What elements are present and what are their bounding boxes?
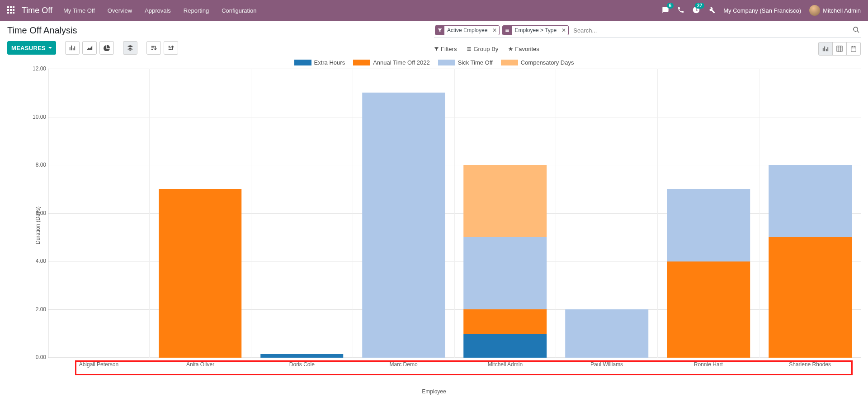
list-icon <box>467 47 472 51</box>
filter-chip-active-employee[interactable]: Active Employee ✕ <box>435 25 500 35</box>
activities-badge: 27 <box>695 3 704 9</box>
graph-view-button[interactable] <box>818 42 833 56</box>
chip-label: Active Employee <box>444 27 490 33</box>
bar-columns <box>48 69 861 358</box>
search-icon <box>853 26 860 33</box>
filter-icon <box>434 47 439 51</box>
cp-left: Time Off Analysis MEASURES <box>7 25 434 55</box>
stacked-button[interactable] <box>123 41 137 55</box>
legend-item[interactable]: Sick Time Off <box>438 59 493 66</box>
line-chart-icon <box>86 45 93 51</box>
bar-stack[interactable] <box>566 309 649 358</box>
groupby-label: Group By <box>473 46 498 52</box>
x-ticks: Abigail PetersonAnita OliverDoris ColeMa… <box>48 358 861 376</box>
legend-swatch <box>438 60 455 65</box>
y-tick-label: 2.00 <box>28 306 46 313</box>
chart-area: Extra HoursAnnual Time Off 2022Sick Time… <box>0 56 868 412</box>
bar-segment[interactable] <box>464 334 547 358</box>
measures-button[interactable]: MEASURES <box>7 41 56 55</box>
control-panel: Time Off Analysis MEASURES Active Employ… <box>0 21 868 56</box>
messages-badge: 6 <box>667 3 674 9</box>
bar-column <box>353 69 455 358</box>
nav-overview[interactable]: Overview <box>108 7 132 14</box>
bar-segment[interactable] <box>362 93 445 358</box>
favorites-label: Favorites <box>515 46 539 52</box>
company-switcher[interactable]: My Company (San Francisco) <box>723 7 801 14</box>
y-tick-label: 10.00 <box>28 114 46 120</box>
nav-links: My Time Off Overview Approvals Reporting… <box>63 7 257 14</box>
bar-segment[interactable] <box>667 189 750 261</box>
bar-segment[interactable] <box>566 309 649 358</box>
bar-stack[interactable] <box>260 354 344 358</box>
legend-item[interactable]: Extra Hours <box>294 59 345 66</box>
filters-dropdown[interactable]: Filters <box>434 46 457 52</box>
groupby-dropdown[interactable]: Group By <box>467 46 498 52</box>
pivot-view-button[interactable] <box>832 42 847 56</box>
filter-icon <box>435 26 444 35</box>
bar-segment[interactable] <box>464 309 547 333</box>
tool-row: Filters Group By Favorites <box>434 42 861 56</box>
chip-remove-icon[interactable]: ✕ <box>559 27 568 33</box>
bar-chart-icon <box>822 46 829 52</box>
calendar-icon <box>850 46 857 52</box>
x-tick-label: Sharlene Rhodes <box>759 358 861 376</box>
nav-my-time-off[interactable]: My Time Off <box>63 7 95 14</box>
x-tick-label: Abigail Peterson <box>48 358 150 376</box>
sort-desc-button[interactable] <box>146 41 161 55</box>
nav-configuration[interactable]: Configuration <box>222 7 256 14</box>
bar-column <box>150 69 251 358</box>
x-axis-label: Employee <box>7 388 861 395</box>
debug-button[interactable] <box>708 6 715 15</box>
bar-segment[interactable] <box>159 189 242 358</box>
filters-label: Filters <box>441 46 457 52</box>
bar-segment[interactable] <box>464 237 547 309</box>
bar-stack[interactable] <box>769 165 852 358</box>
nav-reporting[interactable]: Reporting <box>184 7 209 14</box>
y-tick-label: 4.00 <box>28 258 46 264</box>
pie-chart-button[interactable] <box>99 41 114 55</box>
user-menu[interactable]: Mitchell Admin <box>809 5 861 16</box>
bar-column <box>556 69 658 358</box>
page-title: Time Off Analysis <box>7 25 434 36</box>
bar-chart-button[interactable] <box>65 41 80 55</box>
bar-stack[interactable] <box>667 189 750 358</box>
brand-title: Time Off <box>22 6 52 15</box>
groupby-chip-employee-type[interactable]: Employee > Type ✕ <box>502 25 569 35</box>
bar-segment[interactable] <box>769 237 852 358</box>
bar-segment[interactable] <box>464 165 547 237</box>
bar-stack[interactable] <box>464 165 547 358</box>
chip-remove-icon[interactable]: ✕ <box>490 27 499 33</box>
line-chart-button[interactable] <box>82 41 97 55</box>
search-input[interactable] <box>571 26 853 35</box>
bar-segment[interactable] <box>260 354 344 358</box>
activities-button[interactable]: 27 <box>693 6 700 15</box>
y-tick-label: 12.00 <box>28 65 46 72</box>
phone-button[interactable] <box>677 6 684 15</box>
bar-column <box>760 69 861 358</box>
favorites-dropdown[interactable]: Favorites <box>508 46 539 52</box>
legend-swatch <box>353 60 370 65</box>
messages-button[interactable]: 6 <box>662 6 669 15</box>
calendar-view-button[interactable] <box>846 42 861 56</box>
sort-desc-icon <box>151 45 157 51</box>
stacked-icon <box>127 45 133 51</box>
cp-right: Active Employee ✕ Employee > Type ✕ Filt… <box>434 25 861 56</box>
bar-segment[interactable] <box>769 165 852 237</box>
bar-segment[interactable] <box>667 261 750 358</box>
legend-swatch <box>294 60 311 65</box>
apps-icon[interactable] <box>7 6 15 14</box>
bar-stack[interactable] <box>362 93 445 358</box>
legend-item[interactable]: Annual Time Off 2022 <box>353 59 430 66</box>
pie-chart-icon <box>104 45 110 51</box>
grid-icon <box>836 46 843 52</box>
measures-label: MEASURES <box>11 45 46 51</box>
search-button[interactable] <box>853 26 860 35</box>
cp-button-row: MEASURES <box>7 41 434 55</box>
top-nav: Time Off My Time Off Overview Approvals … <box>0 0 868 21</box>
bar-stack[interactable] <box>159 189 242 358</box>
sort-asc-button[interactable] <box>164 41 178 55</box>
list-icon <box>503 26 512 35</box>
legend-item[interactable]: Compensatory Days <box>501 59 574 66</box>
legend-label: Compensatory Days <box>521 59 574 66</box>
nav-approvals[interactable]: Approvals <box>145 7 171 14</box>
